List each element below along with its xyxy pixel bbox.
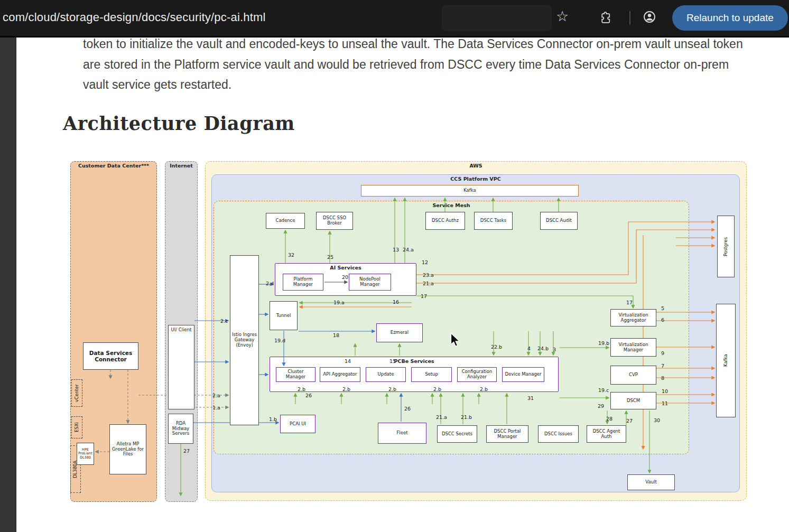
extensions-icon[interactable] [599, 11, 612, 26]
edge-label-16: 16 [393, 299, 399, 305]
edge-label-1.a: 1.a [212, 405, 220, 410]
edge-label-14: 14 [345, 358, 351, 364]
edge-label-27: 27 [626, 418, 633, 424]
edge-label-22.b: 22.b [491, 344, 502, 350]
bookmark-star-icon[interactable]: ☆ [556, 9, 569, 23]
edge-label-4: 4 [527, 346, 531, 351]
edge-label-2.b: 2.b [342, 386, 350, 392]
edge-label-2.b: 2.b [388, 386, 396, 392]
edge-label-10: 10 [662, 388, 668, 394]
edge-label-9: 9 [661, 350, 664, 356]
edge-label-21.b: 21.b [461, 414, 472, 420]
edge-label-21.a: 21.a [436, 414, 447, 420]
edge-label-11: 11 [662, 400, 668, 406]
relaunch-update-button[interactable]: Relaunch to update [672, 5, 788, 31]
edge-label-6: 6 [661, 317, 664, 323]
window-side-strip [0, 36, 16, 532]
edge-label-17: 17 [626, 300, 633, 305]
toolbar-highlight [442, 5, 552, 31]
edge-label-24.a: 24.a [403, 247, 414, 253]
edge-label-19.b: 19.b [598, 340, 609, 346]
edge-label-28: 28 [606, 416, 612, 422]
edge-label-26: 26 [404, 406, 411, 412]
mouse-cursor [450, 333, 461, 347]
edge-label-1.b: 1.b [269, 416, 277, 422]
edge-label-2.a: 2.a [212, 393, 220, 398]
edge-label-2.b: 2.b [480, 386, 488, 392]
edge-label-3: 3 [553, 347, 556, 352]
edge-label-7: 7 [661, 363, 664, 369]
edge-label-26: 26 [305, 393, 312, 398]
edge-label-5: 5 [661, 305, 664, 311]
edge-label-2.b: 2.b [298, 386, 305, 392]
edge-label-32: 32 [288, 252, 294, 258]
browser-window: token to initialize the vault and encode… [0, 0, 789, 532]
edge-label-25: 25 [327, 254, 333, 260]
edge-label-20: 20 [342, 274, 348, 280]
edge-label-8: 8 [661, 375, 664, 381]
edge-label-2.d: 2.d [266, 281, 274, 286]
edge-label-27: 27 [183, 448, 190, 454]
edge-label-2.c: 2.c [220, 318, 228, 324]
section-heading: Architecture Diagram [63, 113, 295, 134]
edge-label-19.c: 19.c [598, 387, 609, 393]
profile-icon[interactable] [643, 10, 656, 25]
edge-label-13: 13 [393, 247, 399, 253]
edge-label-30: 30 [654, 417, 660, 423]
edge-label-18: 18 [333, 332, 339, 338]
edge-label-24.b: 24.b [537, 346, 549, 351]
edge-label-2.b: 2.b [433, 386, 441, 392]
edge-label-23.a: 23.a [423, 272, 434, 278]
edge-label-19.d: 19.d [274, 338, 285, 343]
edge-label-29: 29 [598, 403, 604, 409]
diagram-edge-labels: 32251324.a12202.d23.a21.a1719.a162.c1819… [63, 156, 747, 506]
edge-label-31: 31 [527, 395, 534, 401]
edge-label-15: 15 [389, 358, 396, 364]
body-paragraph: token to initialize the vault and encode… [83, 34, 754, 95]
edge-label-21.a: 21.a [423, 281, 434, 286]
edge-label-19.a: 19.a [333, 300, 345, 305]
browser-toolbar: com/cloud/storage-design/docs/security/p… [0, 0, 789, 38]
architecture-diagram: Customer Data Center***InternetAWSCCS Pl… [63, 156, 747, 506]
url-bar[interactable]: com/cloud/storage-design/docs/security/p… [3, 11, 266, 24]
edge-label-12: 12 [422, 259, 428, 265]
edge-label-17: 17 [421, 293, 427, 299]
toolbar-separator [629, 11, 630, 25]
